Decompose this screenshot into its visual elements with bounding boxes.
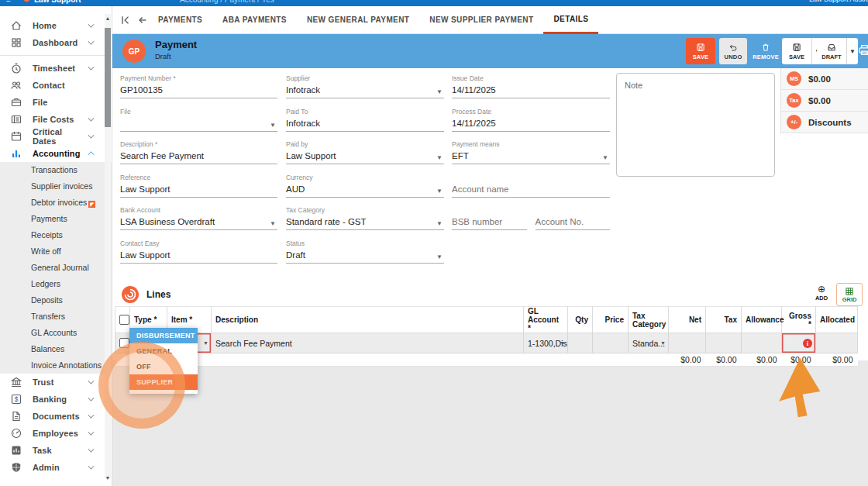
scroll-up-icon[interactable]: ▲ — [105, 16, 111, 22]
gross-cell[interactable]: i — [782, 333, 816, 353]
sidebar-item-dashboard[interactable]: Dashboard — [0, 34, 112, 51]
chevron-down-icon — [88, 115, 95, 122]
chevron-down-icon: ▼ — [436, 154, 443, 161]
summary-discounts-row[interactable]: +/- Discounts — [781, 112, 868, 133]
menu-item-disbursement[interactable]: DISBURSEMENT — [129, 328, 198, 343]
note-field[interactable]: Note — [616, 73, 775, 177]
chevron-down-icon: ▼ — [436, 220, 443, 227]
field-reference[interactable]: Reference Law Support — [120, 174, 277, 207]
back-arrow-icon[interactable] — [137, 15, 148, 26]
sidebar-item-admin[interactable]: Admin — [0, 459, 112, 476]
print-button[interactable] — [858, 43, 868, 60]
draft-dropdown-caret[interactable]: ▼ — [846, 38, 858, 64]
tab-new-general-payment[interactable]: NEW GENERAL PAYMENT — [297, 6, 419, 34]
field-contact-easy[interactable]: Contact Easy Law Support — [120, 240, 277, 273]
field-account-no[interactable]: Account No. — [536, 206, 611, 240]
submenu-item-supplier-invoices[interactable]: Supplier invoices — [0, 178, 112, 195]
field-status[interactable]: Status Draft ▼ — [286, 240, 444, 273]
remove-button[interactable]: REMOVE — [749, 38, 782, 64]
submenu-item-balances[interactable]: Balances — [0, 341, 112, 357]
col-allowance: Allowance — [742, 307, 782, 333]
submenu-item-gl-accounts[interactable]: GL Accounts — [0, 325, 112, 341]
save-button[interactable]: SAVE — [686, 38, 715, 64]
row-checkbox[interactable] — [119, 338, 129, 348]
draft-button[interactable]: DRAFT — [817, 38, 846, 64]
sidebar-item-banking[interactable]: $ Banking — [0, 391, 112, 408]
submenu-item-transactions[interactable]: Transactions — [0, 162, 112, 178]
sidebar-scrollbar-thumb[interactable] — [105, 28, 111, 127]
allowance-cell[interactable] — [742, 333, 782, 353]
tab-aba-payments[interactable]: ABA PAYMENTS — [212, 6, 297, 34]
menu-item-general[interactable]: GENERAL — [129, 343, 198, 359]
field-supplier[interactable]: Supplier Infotrack ▼ — [286, 74, 444, 108]
gl-account-cell[interactable]: 1-1300,Disburs▼ — [524, 333, 568, 353]
submenu-item-receipts[interactable]: Receipts — [0, 227, 112, 243]
first-page-icon[interactable] — [120, 15, 131, 26]
sidebar-item-task[interactable]: Task — [0, 442, 112, 459]
sidebar-item-file[interactable]: File — [0, 94, 112, 111]
select-all-checkbox[interactable] — [119, 315, 129, 325]
field-paid-by[interactable]: Paid by Law Support ▼ — [286, 140, 444, 174]
menu-item-supplier[interactable]: SUPPLIER — [129, 374, 198, 390]
submenu-item-debtor-invoices[interactable]: Debtor invoices◤ — [0, 195, 112, 211]
sidebar-item-home[interactable]: Home — [0, 17, 112, 34]
sidebar-item-timesheet[interactable]: Timesheet — [0, 60, 112, 77]
tab-new-supplier-payment[interactable]: NEW SUPPLIER PAYMENT — [419, 6, 543, 34]
field-process-date[interactable]: Process Date 14/11/2025 — [452, 108, 610, 141]
field-account-name[interactable]: Account name — [452, 174, 610, 207]
submenu-item-general-journal[interactable]: General Journal — [0, 260, 112, 276]
chevron-down-icon — [88, 446, 95, 453]
description-cell[interactable]: Search Fee Payment — [212, 333, 524, 353]
chevron-down-icon: ▼ — [203, 340, 208, 346]
svg-text:$: $ — [14, 395, 18, 403]
price-cell[interactable] — [593, 333, 629, 353]
main-content: PAYMENTS ABA PAYMENTS NEW GENERAL PAYMEN… — [112, 6, 868, 486]
hamburger-menu-icon[interactable]: ≡ — [6, 0, 11, 4]
qty-cell[interactable] — [568, 333, 593, 353]
grid-button[interactable]: GRID — [836, 283, 863, 306]
tab-payments[interactable]: PAYMENTS — [148, 6, 212, 34]
field-bsb-number[interactable]: BSB number — [452, 206, 527, 240]
col-tax-category: Tax Category — [629, 307, 669, 333]
sidebar-item-file-costs[interactable]: File Costs — [0, 111, 112, 128]
add-icon: ⊕ — [818, 284, 825, 295]
submenu-item-deposits[interactable]: Deposits — [0, 292, 112, 308]
tax-category-cell[interactable]: Standa...▼ — [629, 333, 669, 353]
field-tax-category[interactable]: Tax Category Standard rate - GST ▼ — [286, 206, 444, 240]
chevron-down-icon: ▼ — [436, 188, 443, 195]
submenu-item-invoice-annotations[interactable]: Invoice Annotations — [0, 357, 112, 374]
save-secondary-button[interactable]: SAVE — [782, 38, 811, 64]
payment-form: Payment Number * GP100135 File ▼ Descrip… — [112, 68, 868, 283]
sidebar-item-contact[interactable]: Contact — [0, 77, 112, 94]
undo-button[interactable]: UNDO — [719, 38, 747, 64]
field-issue-date[interactable]: Issue Date 14/11/2025 — [452, 74, 610, 108]
submenu-item-transfers[interactable]: Transfers — [0, 308, 112, 325]
lines-section: Lines ⊕ ADD GRID Type * Item * Descripti… — [112, 283, 868, 360]
sidebar-item-critical-dates[interactable]: Critical Dates — [0, 128, 112, 145]
summary-tax-row[interactable]: Tax $0.00 — [781, 90, 868, 112]
net-cell[interactable] — [669, 333, 706, 353]
menu-item-off[interactable]: OFF — [129, 359, 198, 374]
field-bank-account[interactable]: Bank Account LSA Business Overdraft ▼ — [120, 206, 277, 240]
tax-cell[interactable] — [706, 333, 742, 353]
sidebar-item-employees[interactable]: Employees — [0, 425, 112, 442]
submenu-item-payments[interactable]: Payments — [0, 211, 112, 227]
scroll-down-icon[interactable]: ▼ — [105, 475, 111, 481]
allocated-cell[interactable] — [816, 333, 858, 353]
sidebar-item-trust[interactable]: Trust — [0, 374, 112, 391]
field-currency[interactable]: Currency AUD ▼ — [286, 174, 444, 207]
submenu-item-write-off[interactable]: Write off — [0, 243, 112, 260]
field-payment-number[interactable]: Payment Number * GP100135 — [120, 74, 277, 108]
add-line-button[interactable]: ⊕ ADD — [809, 284, 834, 305]
sidebar-item-documents[interactable]: Documents — [0, 408, 112, 425]
summary-ms-row[interactable]: MS $0.00 — [781, 68, 868, 90]
field-paid-to[interactable]: Paid To Infotrack — [286, 108, 444, 141]
field-file[interactable]: File ▼ — [120, 108, 277, 141]
sidebar-item-accounting[interactable]: Accounting — [0, 145, 112, 162]
submenu-item-ledgers[interactable]: Ledgers — [0, 276, 112, 292]
app-logo-icon: ✱ — [23, 0, 29, 4]
field-description[interactable]: Description * Search Fee Payment — [120, 140, 277, 174]
tab-details[interactable]: DETAILS — [543, 6, 598, 34]
floppy-icon — [696, 43, 705, 52]
field-payment-means[interactable]: Payment means EFT ▼ — [452, 140, 610, 174]
